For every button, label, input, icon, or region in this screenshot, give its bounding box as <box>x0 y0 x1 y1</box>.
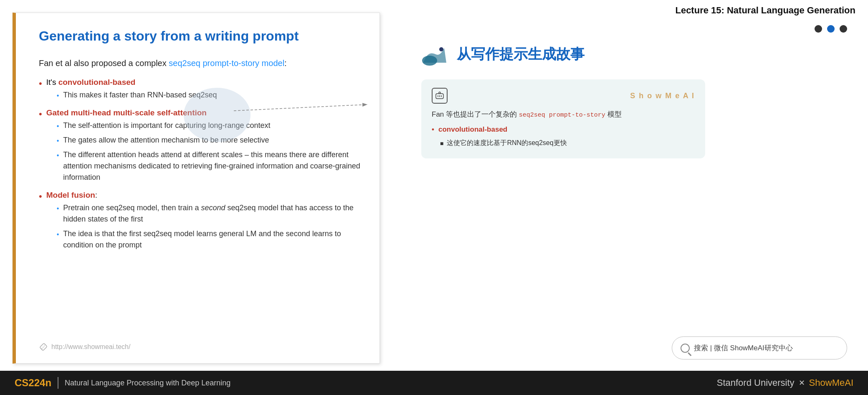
search-box[interactable]: 搜索 | 微信 ShowMeAI研究中心 <box>672 336 847 359</box>
chinese-icon <box>421 42 450 67</box>
bullet-item-3: • Model fusion: • Pretrain one seq2seq m… <box>39 191 361 254</box>
showmeai-brand: S h o w M e A I <box>630 92 695 100</box>
card-bullet-dot: • <box>432 125 434 134</box>
card-sub-bullet: ■ 这使它的速度比基于RNN的seq2seq更快 <box>432 138 695 148</box>
sub-text-3-1: Pretrain one seq2seq model, then train a… <box>63 202 361 225</box>
sub-bullet-1-1: • This makes it faster than RNN-based se… <box>57 89 217 101</box>
card-body: Fan 等也提出了一个复杂的 seq2seq prompt-to-story 模… <box>432 109 695 120</box>
card-header: S h o w M e A I <box>432 88 695 104</box>
sub-text-2-3: The different attention heads attend at … <box>63 149 361 183</box>
chinese-header: 从写作提示生成故事 <box>421 42 585 67</box>
bullet3-suffix: : <box>95 191 97 199</box>
search-icon <box>681 344 690 353</box>
bullet1-prefix: It's <box>46 78 58 87</box>
nav-dot-3[interactable] <box>840 25 847 33</box>
intro-suffix: : <box>284 59 287 68</box>
bottom-bar: CS224n Natural Language Processing with … <box>0 371 868 395</box>
main-bullet-list: • It's convolutional-based • This makes … <box>39 78 361 254</box>
url-icon <box>39 342 48 352</box>
bullet-item-1: • It's convolutional-based • This makes … <box>39 78 361 104</box>
chinese-title: 从写作提示生成故事 <box>457 45 585 64</box>
sub-dot-3-1: • <box>57 204 59 214</box>
slide-panel: Generating a story from a writing prompt… <box>13 13 380 364</box>
sub-bullet-3-2: • The idea is that the first seq2seq mod… <box>57 228 361 251</box>
sub-dot-3-2: • <box>57 229 59 240</box>
bullet1-highlight: convolutional-based <box>58 78 136 87</box>
sub-text-2-1: The self-attention is important for capt… <box>63 120 270 131</box>
sub-text-2-2: The gates allow the attention mechanism … <box>63 135 269 146</box>
url-text[interactable]: http://www.showmeai.tech/ <box>51 343 130 351</box>
lecture-title: Lecture 15: Natural Language Generation <box>675 5 855 15</box>
svg-point-6 <box>439 92 440 94</box>
sub-bullet-2-3: • The different attention heads attend a… <box>57 149 361 183</box>
card-bullet-text: convolutional-based <box>438 125 507 134</box>
intro-link[interactable]: seq2seq prompt-to-story model <box>169 59 284 68</box>
bottom-right: Stanford University ✕ ShowMeAI <box>717 377 853 388</box>
slide-intro: Fan et al also proposed a complex seq2se… <box>39 57 361 69</box>
course-code: CS224n <box>15 377 51 389</box>
sub-list-2: • The self-attention is important for ca… <box>46 120 361 183</box>
card-bullet-main: • convolutional-based <box>432 125 695 134</box>
bullet-dot-1: • <box>39 78 42 89</box>
sub-bullet-2-1: • The self-attention is important for ca… <box>57 120 361 131</box>
bullet3-text: Model fusion <box>46 191 95 199</box>
intro-text: Fan et al also proposed a complex <box>39 59 169 68</box>
slide-title: Generating a story from a writing prompt <box>39 28 361 45</box>
card-body-link: seq2seq prompt-to-story <box>519 112 605 119</box>
sub-dot-2-3: • <box>57 150 59 161</box>
sub-text-1-1: This makes it faster than RNN-based seq2… <box>63 89 217 101</box>
search-text: 搜索 | 微信 ShowMeAI研究中心 <box>694 343 793 353</box>
sub-dot-1-1: • <box>57 91 59 101</box>
sub-text-3-2: The idea is that the first seq2seq model… <box>63 228 361 251</box>
nav-dot-1[interactable] <box>815 25 822 33</box>
card-sub-square: ■ <box>440 139 443 148</box>
right-panel: 从写作提示生成故事 S h o w M e A I Fan 等也提出了一个复杂的… <box>421 25 860 368</box>
showmeai-footer: ShowMeAI <box>809 377 853 388</box>
bottom-left: CS224n Natural Language Processing with … <box>15 377 230 389</box>
sub-dot-2-2: • <box>57 136 59 146</box>
card-body-suffix: 模型 <box>605 110 622 118</box>
sub-bullet-3-1: • Pretrain one seq2seq model, then train… <box>57 202 361 225</box>
svg-line-0 <box>42 345 45 349</box>
bullet2-text: Gated multi-head multi-scale self-attent… <box>46 108 207 117</box>
course-name: Natural Language Processing with Deep Le… <box>65 379 230 387</box>
divider <box>58 377 58 389</box>
sub-bullet-2-2: • The gates allow the attention mechanis… <box>57 135 361 146</box>
slide-url: http://www.showmeai.tech/ <box>39 342 130 352</box>
bullet-item-2: • Gated multi-head multi-scale self-atte… <box>39 108 361 186</box>
nav-dots <box>815 25 847 33</box>
sub-list-1: • This makes it faster than RNN-based se… <box>46 89 217 101</box>
sub-dot-2-1: • <box>57 121 59 131</box>
nav-dot-2[interactable] <box>827 25 835 33</box>
bullet-dot-2: • <box>39 109 42 120</box>
x-symbol: ✕ <box>799 378 805 387</box>
header-top: Lecture 15: Natural Language Generation <box>409 0 868 19</box>
bullet-dot-3: • <box>39 191 42 202</box>
card-body-prefix: Fan 等也提出了一个复杂的 <box>432 110 519 118</box>
ai-icon <box>432 88 448 104</box>
card-sub-text: 这使它的速度比基于RNN的seq2seq更快 <box>447 138 567 148</box>
sub-list-3: • Pretrain one seq2seq model, then train… <box>46 202 361 251</box>
stanford-text: Stanford University <box>717 377 795 388</box>
showmeai-card: S h o w M e A I Fan 等也提出了一个复杂的 seq2seq p… <box>421 79 705 158</box>
svg-point-4 <box>439 47 443 51</box>
